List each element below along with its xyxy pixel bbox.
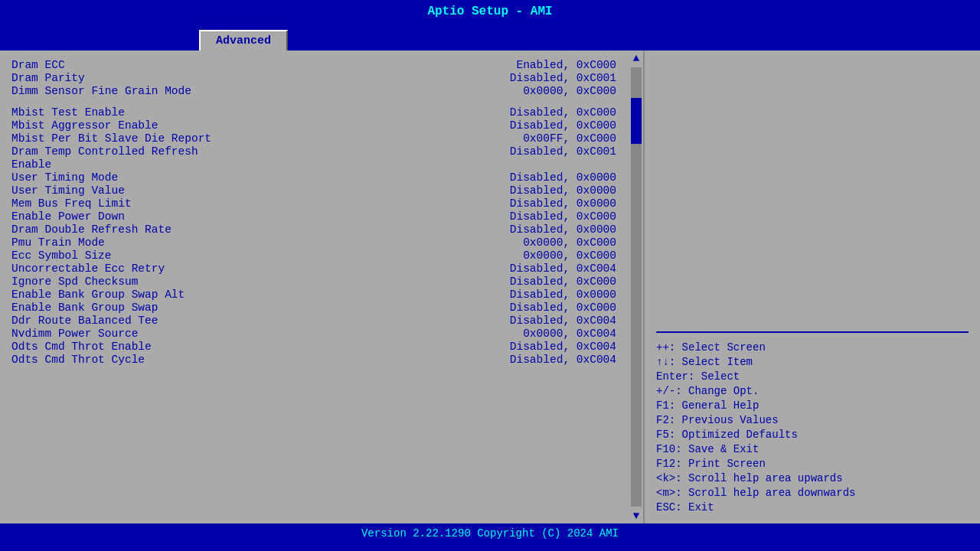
menu-item-label: Dimm Sensor Fine Grain Mode	[11, 85, 191, 97]
menu-item-value: Disabled, 0xC004	[510, 262, 616, 275]
table-row[interactable]: Odts Cmd Throt CycleDisabled, 0xC004	[11, 354, 616, 366]
table-row[interactable]: Uncorrectable Ecc RetryDisabled, 0xC004	[11, 262, 616, 275]
main-area: Dram ECCEnabled, 0xC000Dram ParityDisabl…	[0, 51, 980, 523]
help-row: <k>: Scroll help area upwards	[656, 472, 969, 484]
menu-item-label: Ecc Symbol Size	[11, 249, 112, 262]
table-row[interactable]: Ddr Route Balanced TeeDisabled, 0xC004	[11, 315, 616, 327]
app-title: Aptio Setup - AMI	[0, 0, 980, 23]
scroll-down-arrow[interactable]: ▼	[633, 508, 639, 523]
help-row: <m>: Scroll help area downwards	[656, 487, 969, 499]
menu-item-value: Disabled, 0x0000	[510, 223, 616, 236]
table-row[interactable]: Enable Power DownDisabled, 0xC000	[11, 210, 616, 223]
menu-item-value: Disabled, 0x0000	[510, 184, 616, 197]
menu-item-value: 0x0000, 0xC000	[523, 249, 616, 262]
menu-item-value: Disabled, 0xC001	[510, 145, 616, 158]
menu-item-label: Uncorrectable Ecc Retry	[11, 262, 165, 275]
help-row: ++: Select Screen	[656, 341, 969, 354]
menu-item-label: Dram Temp Controlled Refresh	[11, 145, 198, 158]
help-row: F10: Save & Exit	[656, 443, 969, 455]
help-row: F1: General Help	[656, 399, 969, 412]
menu-item-value: Enabled, 0xC000	[516, 59, 616, 71]
footer: Version 2.22.1290 Copyright (C) 2024 AMI	[0, 523, 980, 543]
menu-item-label: Ddr Route Balanced Tee	[11, 315, 158, 327]
scroll-track[interactable]	[631, 67, 642, 507]
menu-item-value: 0x0000, 0xC000	[523, 85, 616, 97]
table-row[interactable]: Dram Double Refresh RateDisabled, 0x0000	[11, 223, 616, 236]
menu-item-label: Dram ECC	[11, 59, 65, 71]
menu-item-label: Mbist Per Bit Slave Die Report	[11, 132, 211, 145]
table-row[interactable]: Mbist Test EnableDisabled, 0xC000	[11, 106, 616, 119]
menu-item-value: Disabled, 0xC000	[510, 276, 616, 288]
menu-item-label: Enable Bank Group Swap Alt	[11, 289, 185, 301]
help-section: ++: Select Screen↑↓: Select ItemEnter: S…	[656, 331, 969, 516]
menu-item-value: 0x0000, 0xC004	[523, 328, 616, 340]
table-row[interactable]: Mem Bus Freq LimitDisabled, 0x0000	[11, 197, 616, 210]
menu-item-label: Mbist Aggressor Enable	[11, 119, 158, 132]
menu-item-value: Disabled, 0x0000	[510, 171, 616, 184]
menu-item-label: User Timing Mode	[11, 171, 118, 184]
table-row[interactable]: Enable	[11, 158, 616, 171]
menu-item-label: Enable Power Down	[11, 210, 125, 223]
left-panel: Dram ECCEnabled, 0xC000Dram ParityDisabl…	[0, 51, 643, 523]
menu-item-label: Nvdimm Power Source	[11, 328, 138, 340]
menu-item-value: Disabled, 0xC000	[510, 302, 616, 314]
title-text: Aptio Setup - AMI	[427, 5, 552, 18]
table-row[interactable]: Ignore Spd ChecksumDisabled, 0xC000	[11, 276, 616, 288]
menu-item-value: Disabled, 0xC000	[510, 119, 616, 132]
table-row[interactable]: Odts Cmd Throt EnableDisabled, 0xC004	[11, 341, 616, 353]
table-row[interactable]: User Timing ModeDisabled, 0x0000	[11, 171, 616, 184]
menu-item-label: Dram Parity	[11, 72, 85, 84]
tab-advanced[interactable]: Advanced	[199, 30, 288, 51]
menu-item-label: Enable Bank Group Swap	[11, 302, 158, 314]
menu-item-value: Disabled, 0xC000	[510, 210, 616, 223]
menu-list: Dram ECCEnabled, 0xC000Dram ParityDisabl…	[11, 59, 632, 366]
help-row: F2: Previous Values	[656, 414, 969, 426]
scrollbar[interactable]: ▲ ▼	[629, 51, 643, 523]
menu-item-value: Disabled, 0xC001	[510, 72, 616, 84]
menu-item-value: Disabled, 0x0000	[510, 289, 616, 301]
table-row[interactable]: Dram ECCEnabled, 0xC000	[11, 59, 616, 71]
help-row: ESC: Exit	[656, 501, 969, 514]
table-row[interactable]: Dimm Sensor Fine Grain Mode0x0000, 0xC00…	[11, 85, 616, 97]
menu-item-value: 0x0000, 0xC000	[523, 236, 616, 249]
menu-item-label: User Timing Value	[11, 184, 125, 197]
table-row[interactable]: Pmu Train Mode0x0000, 0xC000	[11, 236, 616, 249]
menu-item-label: Enable	[11, 158, 51, 171]
help-row: ↑↓: Select Item	[656, 356, 969, 368]
menu-item-label: Mbist Test Enable	[11, 106, 125, 119]
menu-item-value: Disabled, 0xC004	[510, 341, 616, 353]
help-row: +/-: Change Opt.	[656, 385, 969, 397]
menu-item-value: Disabled, 0xC004	[510, 315, 616, 327]
scroll-thumb[interactable]	[631, 98, 642, 144]
menu-item-label: Dram Double Refresh Rate	[11, 223, 172, 236]
help-row: Enter: Select	[656, 370, 969, 383]
table-row[interactable]: Enable Bank Group Swap AltDisabled, 0x00…	[11, 289, 616, 301]
help-row: F5: Optimized Defaults	[656, 429, 969, 441]
menu-item-value: 0x00FF, 0xC000	[523, 132, 616, 145]
menu-spacer	[11, 98, 616, 106]
menu-item-value: Disabled, 0xC000	[510, 106, 616, 119]
footer-text: Version 2.22.1290 Copyright (C) 2024 AMI	[361, 527, 619, 540]
table-row[interactable]: Mbist Per Bit Slave Die Report0x00FF, 0x…	[11, 132, 616, 145]
help-row: F12: Print Screen	[656, 458, 969, 470]
menu-item-value: Disabled, 0xC004	[510, 354, 616, 366]
table-row[interactable]: Dram Temp Controlled RefreshDisabled, 0x…	[11, 145, 616, 158]
menu-item-label: Odts Cmd Throt Enable	[11, 341, 152, 353]
menu-item-value: Disabled, 0x0000	[510, 197, 616, 210]
menu-item-label: Pmu Train Mode	[11, 236, 105, 249]
menu-item-label: Mem Bus Freq Limit	[11, 197, 132, 210]
right-panel: ++: Select Screen↑↓: Select ItemEnter: S…	[643, 51, 980, 523]
table-row[interactable]: Nvdimm Power Source0x0000, 0xC004	[11, 328, 616, 340]
menu-item-label: Ignore Spd Checksum	[11, 276, 138, 288]
scroll-up-arrow[interactable]: ▲	[633, 51, 639, 66]
table-row[interactable]: Enable Bank Group SwapDisabled, 0xC000	[11, 302, 616, 314]
table-row[interactable]: Mbist Aggressor EnableDisabled, 0xC000	[11, 119, 616, 132]
table-row[interactable]: Dram ParityDisabled, 0xC001	[11, 72, 616, 84]
tab-bar: Advanced	[0, 23, 980, 51]
table-row[interactable]: Ecc Symbol Size0x0000, 0xC000	[11, 249, 616, 262]
menu-item-label: Odts Cmd Throt Cycle	[11, 354, 145, 366]
table-row[interactable]: User Timing ValueDisabled, 0x0000	[11, 184, 616, 197]
